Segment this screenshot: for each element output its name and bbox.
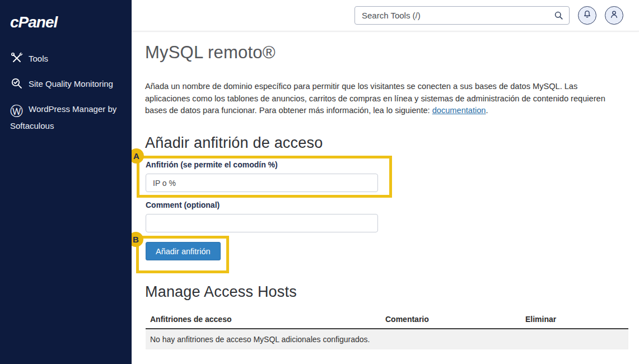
comment-input[interactable] — [146, 214, 378, 232]
host-input[interactable] — [146, 174, 378, 192]
sidebar-item-label: Site Quality Monitoring — [29, 79, 113, 88]
page-description: Añada un nombre de dominio específico pa… — [145, 81, 624, 117]
sidebar-item-site-quality[interactable]: Site Quality Monitoring — [0, 76, 132, 92]
column-header-comment: Comentario — [381, 311, 521, 329]
sidebar: cPanel Tools Site Quality Monitoring — [0, 0, 132, 364]
access-hosts-table: Anfitriones de acceso Comentario Elimina… — [146, 311, 628, 349]
documentation-link[interactable]: documentation — [432, 106, 486, 115]
page-title: MySQL remoto® — [145, 43, 276, 63]
tools-icon — [10, 52, 24, 65]
column-header-delete: Eliminar — [521, 311, 628, 329]
topbar — [132, 0, 639, 31]
sidebar-item-label: WordPress Manager by Softaculous — [10, 104, 116, 130]
empty-state-message: No hay anfitriones de acceso MySQL adici… — [146, 329, 628, 349]
description-suffix: . — [486, 106, 488, 115]
table-empty-row: No hay anfitriones de acceso MySQL adici… — [146, 329, 628, 349]
search-input[interactable] — [355, 6, 570, 25]
add-access-host-heading: Añadir anfitrión de acceso — [145, 134, 323, 152]
cpanel-logo[interactable]: cPanel — [10, 13, 132, 31]
bell-icon — [582, 9, 593, 22]
add-host-button[interactable]: Añadir anfitrión — [146, 242, 221, 260]
site-quality-icon — [10, 77, 24, 90]
search-container — [355, 6, 570, 25]
user-icon — [609, 9, 619, 22]
account-button[interactable] — [605, 6, 623, 25]
sidebar-item-wordpress-manager[interactable]: ⓌWordPress Manager by Softaculous — [0, 101, 132, 134]
manage-access-hosts-heading: Manage Access Hosts — [145, 283, 297, 301]
main-content: MySQL remoto® Añada un nombre de dominio… — [132, 31, 639, 364]
notifications-button[interactable] — [578, 6, 596, 25]
host-field-label: Anfitrión (se permite el comodín %) — [146, 160, 278, 169]
sidebar-item-tools[interactable]: Tools — [0, 50, 132, 67]
description-text: Añada un nombre de dominio específico pa… — [145, 82, 605, 115]
wordpress-icon: Ⓦ — [10, 102, 24, 116]
column-header-access-hosts: Anfitriones de acceso — [146, 311, 381, 329]
table-header-row: Anfitriones de acceso Comentario Elimina… — [146, 311, 628, 329]
comment-field-label: Comment (optional) — [146, 200, 220, 209]
search-icon[interactable] — [553, 10, 564, 21]
sidebar-item-label: Tools — [29, 54, 48, 63]
sidebar-nav: Tools Site Quality Monitoring ⓌWordPress… — [0, 50, 132, 134]
